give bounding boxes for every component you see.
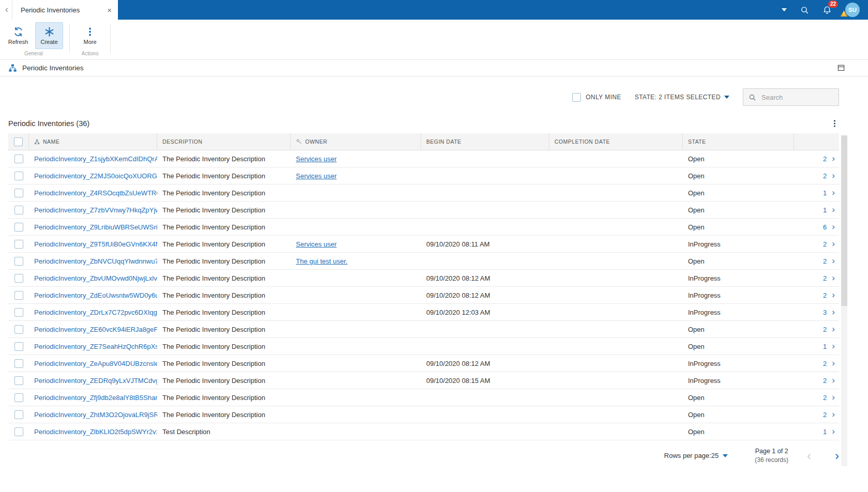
column-header-begin-date[interactable]: BEGIN DATE (421, 133, 549, 150)
inventory-name-link[interactable]: PeriodicInventory_Zfj9db2e8alY8tB5Shar (29, 394, 157, 402)
row-checkbox[interactable] (14, 342, 23, 351)
row-open-button[interactable]: 1 › (794, 428, 839, 436)
scrollbar-thumb[interactable] (841, 135, 847, 306)
inventory-name-link[interactable]: PeriodicInventory_Z7zbVVnwy7HkqZpYjw (29, 206, 157, 214)
previous-page-button[interactable]: ‹ (807, 450, 811, 462)
column-header-name[interactable]: NAME (29, 133, 157, 150)
table-row[interactable]: PeriodicInventory_ZDrLx7C72pvc6DXIqgC Th… (8, 304, 839, 321)
table-row[interactable]: PeriodicInventory_Z2MJS0oicQoXUORGsk The… (8, 167, 839, 185)
row-open-button[interactable]: 2 › (794, 257, 839, 265)
table-row[interactable]: PeriodicInventory_ZeApu8V04DUBzcnslei Th… (8, 355, 839, 372)
row-checkbox[interactable] (14, 155, 23, 163)
row-checkbox[interactable] (14, 257, 23, 266)
row-open-button[interactable]: 2 › (794, 274, 839, 282)
inventory-name-link[interactable]: PeriodicInventory_ZhtM3O2OjovaLR9jSRC (29, 411, 157, 419)
row-checkbox[interactable] (14, 359, 23, 368)
more-button[interactable]: More (76, 22, 104, 49)
close-icon[interactable]: × (107, 6, 112, 14)
row-checkbox[interactable] (14, 206, 23, 214)
table-row[interactable]: PeriodicInventory_ZhtM3O2OjovaLR9jSRC Th… (8, 406, 839, 423)
table-row[interactable]: PeriodicInventory_Z9LribiuWBRSeUWSrib Th… (8, 219, 839, 236)
row-open-button[interactable]: 2 › (794, 155, 839, 163)
column-header-owner[interactable]: OWNER (291, 133, 421, 150)
table-row[interactable]: PeriodicInventory_ZbvUMOvwd0NjwjLxlv The… (8, 270, 839, 287)
table-row[interactable]: PeriodicInventory_ZdEoUwsntw5WD0y6u The … (8, 287, 839, 304)
table-row[interactable]: PeriodicInventory_ZEDRq9yLxVJTMCdvg7 The… (8, 372, 839, 389)
row-checkbox[interactable] (14, 308, 23, 317)
inventory-name-link[interactable]: PeriodicInventory_ZbvUMOvwd0NjwjLxlv (29, 274, 157, 282)
owner-link[interactable]: Services user (296, 155, 337, 163)
column-header-completion-date[interactable]: COMPLETION DATE (549, 133, 683, 150)
row-checkbox[interactable] (14, 223, 23, 232)
column-header-state[interactable]: STATE (683, 133, 794, 150)
row-checkbox[interactable] (14, 393, 23, 402)
row-checkbox[interactable] (14, 172, 23, 180)
row-open-button[interactable]: 2 › (794, 172, 839, 180)
row-open-button[interactable]: 2 › (794, 377, 839, 385)
row-open-button[interactable]: 2 › (794, 291, 839, 299)
inventory-name-link[interactable]: PeriodicInventory_Z9LribiuWBRSeUWSrib (29, 223, 157, 231)
search-box[interactable] (743, 88, 839, 106)
table-row[interactable]: PeriodicInventory_Zfj9db2e8alY8tB5Shar T… (8, 389, 839, 406)
owner-link[interactable]: The gui test user. (296, 257, 348, 265)
inventory-name-link[interactable]: PeriodicInventory_ZE60vcK94iERJa8geFSH (29, 326, 157, 333)
inventory-name-link[interactable]: PeriodicInventory_ZDrLx7C72pvc6DXIqgC (29, 309, 157, 316)
row-checkbox[interactable] (14, 189, 23, 197)
inventory-name-link[interactable]: PeriodicInventory_ZeApu8V04DUBzcnslei (29, 360, 157, 367)
next-page-button[interactable]: › (835, 450, 839, 462)
row-checkbox[interactable] (14, 410, 23, 419)
inventory-name-link[interactable]: PeriodicInventory_ZEDRq9yLxVJTMCdvg7 (29, 377, 157, 385)
search-input[interactable] (760, 93, 828, 102)
panel-toggle-icon[interactable] (837, 64, 845, 72)
table-row[interactable]: PeriodicInventory_ZlbKLIO2t5dpSWYr2v1 Te… (8, 423, 839, 440)
only-mine-checkbox[interactable] (572, 93, 581, 102)
table-row[interactable]: PeriodicInventory_Z4RSOcqtbZsUeWTRCv The… (8, 185, 839, 202)
table-row[interactable]: PeriodicInventory_Z1sjybXKemCdIDhQrA The… (8, 150, 839, 167)
inventory-name-link[interactable]: PeriodicInventory_ZlbKLIO2t5dpSWYr2v1 (29, 428, 157, 436)
inventory-name-link[interactable]: PeriodicInventory_ZE7SeahHzQchR6pXsE (29, 343, 157, 350)
chevron-down-icon[interactable] (782, 8, 787, 11)
tab-periodic-inventories[interactable]: Periodic Inventories × (12, 0, 118, 20)
list-menu-kebab-icon[interactable] (830, 119, 839, 128)
row-open-button[interactable]: 2 › (794, 360, 839, 367)
rows-per-page-dropdown[interactable]: Rows per page:25 (664, 452, 728, 459)
row-open-button[interactable]: 1 › (794, 343, 839, 350)
state-filter-dropdown[interactable]: STATE: 2 ITEMS SELECTED (635, 94, 729, 101)
vertical-scrollbar[interactable] (841, 135, 847, 466)
inventory-name-link[interactable]: PeriodicInventory_Z9T5fUiB0eGVn6KX4M (29, 240, 157, 248)
row-checkbox[interactable] (14, 376, 23, 385)
table-row[interactable]: PeriodicInventory_ZbNVCUqqYlwdnnwu7 The … (8, 253, 839, 270)
inventory-name-link[interactable]: PeriodicInventory_Z2MJS0oicQoXUORGsk (29, 172, 157, 180)
table-row[interactable]: PeriodicInventory_ZE7SeahHzQchR6pXsE The… (8, 338, 839, 355)
row-open-button[interactable]: 2 › (794, 240, 839, 248)
table-row[interactable]: PeriodicInventory_Z7zbVVnwy7HkqZpYjw The… (8, 202, 839, 219)
refresh-button[interactable]: Refresh (4, 22, 32, 49)
inventory-name-link[interactable]: PeriodicInventory_Z1sjybXKemCdIDhQrA (29, 155, 157, 163)
column-header-description[interactable]: DESCRIPTION (157, 133, 291, 150)
avatar[interactable]: SU (845, 3, 860, 17)
notifications-button[interactable]: 22 (822, 5, 832, 15)
row-open-button[interactable]: 6 › (794, 223, 839, 231)
back-chevron-icon[interactable]: ‹ (0, 4, 12, 16)
row-checkbox[interactable] (14, 325, 23, 334)
row-checkbox[interactable] (14, 240, 23, 249)
row-open-button[interactable]: 1 › (794, 189, 839, 197)
inventory-name-link[interactable]: PeriodicInventory_Z4RSOcqtbZsUeWTRCv (29, 189, 157, 197)
row-open-button[interactable]: 2 › (794, 326, 839, 333)
row-open-button[interactable]: 2 › (794, 394, 839, 402)
row-checkbox[interactable] (14, 291, 23, 300)
inventory-name-link[interactable]: PeriodicInventory_ZdEoUwsntw5WD0y6u (29, 291, 157, 299)
row-open-button[interactable]: 1 › (794, 206, 839, 214)
inventory-name-link[interactable]: PeriodicInventory_ZbNVCUqqYlwdnnwu7 (29, 257, 157, 265)
select-all-checkbox[interactable] (14, 137, 23, 146)
owner-link[interactable]: Services user (296, 240, 337, 248)
table-row[interactable]: PeriodicInventory_ZE60vcK94iERJa8geFSH T… (8, 321, 839, 338)
row-open-button[interactable]: 2 › (794, 411, 839, 419)
table-row[interactable]: PeriodicInventory_Z9T5fUiB0eGVn6KX4M The… (8, 236, 839, 253)
search-icon[interactable] (800, 6, 809, 14)
create-button[interactable]: Create (35, 22, 63, 49)
owner-link[interactable]: Services user (296, 172, 337, 180)
row-open-button[interactable]: 3 › (794, 309, 839, 316)
row-checkbox[interactable] (14, 427, 23, 436)
row-checkbox[interactable] (14, 274, 23, 283)
